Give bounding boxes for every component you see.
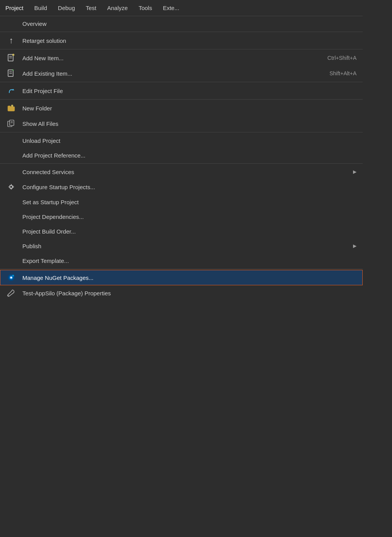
menu-item-unload-project[interactable]: Unload Project: [0, 133, 363, 148]
publish-arrow-icon: ▶: [353, 243, 357, 249]
menu-item-manage-nuget[interactable]: Manage NuGet Packages...: [0, 270, 363, 285]
menu-item-overview[interactable]: Overview: [0, 16, 363, 31]
menu-item-connected-services[interactable]: Connected Services ▶: [0, 164, 363, 179]
menu-item-new-folder[interactable]: ✱ New Folder: [0, 100, 363, 116]
menu-item-project-dependencies[interactable]: Project Dependencies...: [0, 209, 363, 224]
menu-item-add-project-reference[interactable]: Add Project Reference...: [0, 148, 363, 163]
menu-extensions[interactable]: Exte...: [157, 0, 185, 16]
menu-item-manage-nuget-label: Manage NuGet Packages...: [22, 274, 357, 281]
menu-item-publish-label: Publish: [22, 243, 349, 249]
menu-tools[interactable]: Tools: [133, 0, 157, 16]
menu-build[interactable]: Build: [29, 0, 52, 16]
divider-4: [0, 99, 363, 100]
retarget-icon: ↑: [6, 36, 16, 46]
svg-point-19: [12, 275, 14, 277]
top-menu-bar: Project Build Debug Test Analyze Tools E…: [0, 0, 363, 16]
menu-item-unload-label: Unload Project: [22, 137, 357, 144]
menu-item-add-new-item[interactable]: ✱ Add New Item... Ctrl+Shift+A: [0, 50, 363, 66]
menu-item-configure-startup[interactable]: Configure Startup Projects...: [0, 179, 363, 195]
menu-item-retarget-solution[interactable]: ↑ Retarget solution: [0, 33, 363, 48]
menu-item-export-template[interactable]: Export Template...: [0, 253, 363, 268]
menu-item-show-all-files-label: Show All Files: [22, 120, 357, 127]
menu-item-add-new-shortcut: Ctrl+Shift+A: [328, 55, 357, 61]
edit-project-icon: [6, 86, 16, 96]
add-new-item-icon: ✱: [6, 53, 16, 63]
svg-text:✱: ✱: [11, 104, 14, 108]
svg-text:✱: ✱: [12, 54, 15, 57]
divider-1: [0, 32, 363, 32]
show-all-files-icon: [6, 119, 16, 129]
menu-item-connected-services-label: Connected Services: [22, 169, 349, 175]
menu-item-set-startup[interactable]: Set as Startup Project: [0, 195, 363, 209]
wrench-icon: [6, 288, 16, 298]
connected-services-arrow-icon: ▶: [353, 169, 357, 174]
nuget-icon: [6, 273, 16, 283]
new-folder-icon: ✱: [6, 103, 16, 113]
svg-point-18: [10, 277, 12, 279]
menu-item-test-appsilo-properties[interactable]: Test-AppSilo (Package) Properties: [0, 285, 363, 301]
divider-2: [0, 49, 363, 49]
menu-item-add-existing-shortcut: Shift+Alt+A: [329, 70, 357, 76]
menu-item-add-proj-ref-label: Add Project Reference...: [22, 152, 357, 159]
divider-5: [0, 132, 363, 132]
add-existing-item-icon: +: [6, 68, 16, 78]
svg-text:+: +: [12, 69, 14, 72]
menu-item-export-template-label: Export Template...: [22, 257, 357, 264]
divider-7: [0, 269, 363, 269]
menu-item-add-existing-label: Add Existing Item...: [22, 70, 314, 77]
menu-test[interactable]: Test: [80, 0, 102, 16]
menu-container: Project Build Debug Test Analyze Tools E…: [0, 0, 363, 301]
menu-item-retarget-label: Retarget solution: [22, 37, 357, 44]
svg-point-20: [8, 295, 9, 296]
svg-point-14: [10, 186, 13, 188]
menu-item-proj-deps-label: Project Dependencies...: [22, 213, 357, 220]
menu-project[interactable]: Project: [0, 0, 29, 16]
menu-item-add-existing-item[interactable]: + Add Existing Item... Shift+Alt+A: [0, 66, 363, 81]
menu-item-set-startup-label: Set as Startup Project: [22, 199, 357, 205]
menu-debug[interactable]: Debug: [52, 0, 80, 16]
menu-item-edit-project-file[interactable]: Edit Project File: [0, 83, 363, 98]
menu-item-new-folder-label: New Folder: [22, 105, 357, 112]
menu-item-configure-startup-label: Configure Startup Projects...: [22, 184, 357, 190]
menu-item-show-all-files[interactable]: Show All Files: [0, 116, 363, 131]
configure-startup-icon: [6, 182, 16, 192]
menu-item-add-new-label: Add New Item...: [22, 55, 312, 61]
menu-item-test-appsilo-label: Test-AppSilo (Package) Properties: [22, 290, 357, 296]
divider-6: [0, 163, 363, 164]
menu-item-overview-label: Overview: [22, 20, 357, 27]
menu-item-edit-project-label: Edit Project File: [22, 88, 357, 94]
menu-item-project-build-order[interactable]: Project Build Order...: [0, 224, 363, 239]
divider-3: [0, 82, 363, 82]
menu-item-publish[interactable]: Publish ▶: [0, 239, 363, 253]
menu-analyze[interactable]: Analyze: [102, 0, 133, 16]
menu-item-proj-build-order-label: Project Build Order...: [22, 228, 357, 235]
